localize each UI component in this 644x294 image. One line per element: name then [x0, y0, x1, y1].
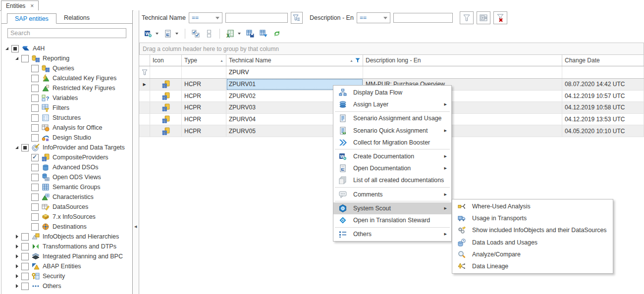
- word-open-button[interactable]: W: [163, 29, 179, 39]
- checkbox-unchecked[interactable]: [21, 273, 29, 280]
- menu-item-collect-for-migration-booster[interactable]: Collect for Migration Booster: [333, 137, 451, 148]
- expander-collapsed-icon[interactable]: [13, 273, 20, 279]
- menu-item-data-loads-and-usages[interactable]: Data Loads and Usages: [452, 237, 613, 248]
- checkbox-unchecked[interactable]: [31, 95, 39, 102]
- checkbox-unchecked[interactable]: [21, 233, 29, 241]
- save-layout-button[interactable]: [245, 29, 255, 39]
- checkbox-unchecked[interactable]: [31, 75, 39, 82]
- checkbox-unchecked[interactable]: [31, 104, 39, 112]
- menu-item-others[interactable]: Others▶: [333, 228, 451, 240]
- search-input[interactable]: [7, 28, 126, 38]
- group-by-panel[interactable]: Drag a column header here to group by th…: [139, 43, 644, 55]
- checkbox-unchecked[interactable]: [31, 85, 39, 92]
- expander-collapsed-icon[interactable]: [13, 244, 20, 249]
- menu-item-analyze-compare[interactable]: Analyze/Compare: [452, 248, 613, 260]
- checkbox-unchecked[interactable]: [21, 55, 29, 62]
- menu-item-create-documentation[interactable]: WCreate Documentation▶: [333, 150, 451, 162]
- tab-relations[interactable]: Relations: [56, 13, 97, 23]
- tree-item-reporting[interactable]: Reporting: [1, 53, 132, 63]
- checkbox-unchecked[interactable]: [31, 124, 39, 132]
- tree-item-variables[interactable]: ?Variables: [1, 93, 132, 103]
- refresh-button[interactable]: [272, 29, 282, 39]
- tree-item-integrated-planning-and-bpc[interactable]: Integrated Planning and BPC: [1, 251, 132, 261]
- checkbox-unchecked[interactable]: [31, 134, 39, 142]
- checkbox-checked[interactable]: [31, 154, 39, 161]
- filter-cell-technical-name[interactable]: ZPURV: [226, 66, 363, 78]
- checkbox-unchecked[interactable]: [31, 203, 39, 211]
- tree-item-compositeproviders[interactable]: CompositeProviders: [1, 152, 132, 162]
- close-icon[interactable]: ×: [30, 3, 34, 8]
- filter-cell-description[interactable]: [363, 66, 562, 78]
- checkbox-unchecked[interactable]: [31, 223, 39, 231]
- collapse-panel-icon[interactable]: ◀: [134, 225, 137, 229]
- filter-editor-button[interactable]: [477, 11, 490, 24]
- chevron-down-icon[interactable]: [175, 33, 178, 35]
- tree-item-others[interactable]: Others: [1, 281, 132, 291]
- checkbox-unchecked[interactable]: [21, 243, 29, 250]
- menu-item-data-lineage[interactable]: Data Lineage: [452, 260, 613, 272]
- tree-item-destinations[interactable]: Destinations: [1, 222, 132, 232]
- splitter[interactable]: ◀: [133, 10, 139, 294]
- tree-item-queries[interactable]: Queries: [1, 63, 132, 73]
- menu-item-open-in-translation-steward[interactable]: Open in Translation Steward: [333, 214, 451, 226]
- expander-collapsed-icon[interactable]: [13, 263, 20, 269]
- tree-item-transformations-and-dtps[interactable]: Transformations and DTPs: [1, 242, 132, 251]
- expander-expanded-icon[interactable]: [13, 145, 20, 150]
- checkbox-unchecked[interactable]: [31, 194, 39, 201]
- tree-item-advanced-dsos[interactable]: Advanced DSOs: [1, 162, 132, 172]
- expander-collapsed-icon[interactable]: [13, 234, 20, 240]
- checkbox-unchecked[interactable]: [31, 213, 39, 221]
- apply-filter-button[interactable]: [291, 12, 303, 24]
- checkbox-unchecked[interactable]: [31, 164, 39, 171]
- tree-item-structures[interactable]: Structures: [1, 113, 132, 123]
- description-filter-input[interactable]: [393, 13, 453, 23]
- checkbox-indeterminate[interactable]: [11, 45, 19, 52]
- column-filter-icon[interactable]: [355, 58, 360, 63]
- tree-item-design-studio[interactable]: Design Studio: [1, 133, 132, 143]
- filter-cell-change-date[interactable]: [562, 66, 644, 78]
- technical-name-filter-input[interactable]: [225, 13, 288, 23]
- filter-button[interactable]: [460, 11, 474, 24]
- technical-name-operator-select[interactable]: ==: [189, 12, 222, 23]
- tree-item-filters[interactable]: Filters: [1, 103, 132, 113]
- tree-item-abap-entities[interactable]: ABAP Entities: [1, 261, 132, 271]
- tree-item-characteristics[interactable]: Characteristics: [1, 192, 132, 202]
- menu-item-assign-layer[interactable]: Assign Layer▶: [333, 98, 451, 110]
- check-all-button[interactable]: [191, 29, 201, 39]
- checkbox-unchecked[interactable]: [21, 263, 29, 270]
- tree-item-a4h[interactable]: A4H: [1, 44, 132, 53]
- checkbox-unchecked[interactable]: [21, 283, 29, 290]
- tree-item-calculated-key-figures[interactable]: Calculated Key Figures: [1, 73, 132, 83]
- tab-entities[interactable]: Entities ×: [1, 0, 39, 10]
- tab-sap-entities[interactable]: SAP entities: [7, 13, 56, 24]
- column-header-technical-name[interactable]: Technical Name▲: [226, 55, 363, 66]
- checkbox-unchecked[interactable]: [21, 253, 29, 260]
- uncheck-all-button[interactable]: [204, 29, 214, 39]
- tree-item-semantic-groups[interactable]: Semantic Groups: [1, 182, 132, 192]
- menu-item-show-included-infoobjects-and-their-datasources[interactable]: Show included InfoObjects and their Data…: [452, 224, 613, 236]
- column-header-type[interactable]: Type▲: [182, 55, 226, 66]
- menu-item-list-of-all-created-documentations[interactable]: List of all created documentations: [333, 174, 451, 186]
- column-header-icon[interactable]: Icon: [150, 55, 182, 66]
- chevron-down-icon[interactable]: [238, 33, 241, 35]
- tree-item-infoobjects-and-hierarchies[interactable]: InfoObjects and Hierarchies: [1, 232, 132, 242]
- checkbox-unchecked[interactable]: [31, 65, 39, 72]
- tree-item-7-x-infosources[interactable]: 7.x InfoSources: [1, 212, 132, 222]
- column-header-change-date[interactable]: Change Date: [562, 55, 644, 66]
- chevron-down-icon[interactable]: [156, 33, 159, 35]
- checkbox-indeterminate[interactable]: [21, 144, 29, 151]
- expander-collapsed-icon[interactable]: [13, 253, 20, 259]
- menu-item-usage-in-transports[interactable]: Usage in Transports: [452, 212, 613, 224]
- excel-export-button[interactable]: X: [225, 29, 242, 39]
- checkbox-unchecked[interactable]: [31, 114, 39, 122]
- tree-item-infoprovider-and-data-targets[interactable]: InfoProvider and Data Targets: [1, 143, 132, 152]
- menu-item-where-used-analysis[interactable]: Where-Used Analysis: [452, 200, 613, 212]
- tree-item-security[interactable]: Security: [1, 271, 132, 281]
- menu-item-scenario-quick-assignment[interactable]: Scenario Quick Assignment▶: [333, 125, 451, 137]
- checkbox-unchecked[interactable]: [31, 174, 39, 181]
- menu-item-comments[interactable]: Comments▶: [333, 189, 451, 200]
- clear-filter-button[interactable]: [493, 11, 507, 24]
- filter-cell-type[interactable]: [182, 66, 226, 78]
- tree-item-analysis-for-office[interactable]: Analysis for Office: [1, 123, 132, 133]
- tree-item-datasources[interactable]: DataSources: [1, 202, 132, 212]
